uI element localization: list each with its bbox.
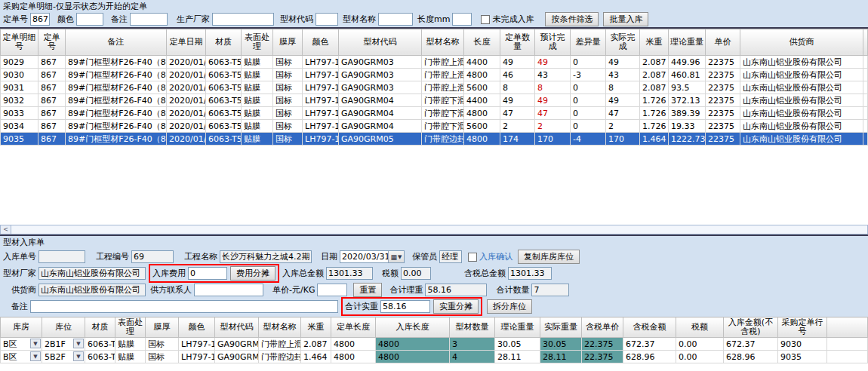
column-header[interactable]: 供货商	[740, 29, 863, 56]
cell[interactable]: 4800	[331, 338, 376, 351]
cell[interactable]: 2	[500, 120, 535, 133]
cell[interactable]: 49	[606, 94, 640, 107]
table-row[interactable]: 903486789#门框型材F26-F40（866+867）2020/01/13…	[1, 120, 868, 133]
cell[interactable]: 19.33	[669, 120, 706, 133]
cell[interactable]: 6063-T5	[206, 107, 242, 120]
cell[interactable]: 49	[535, 56, 571, 69]
cell[interactable]: 门带腔下滑	[422, 94, 464, 107]
project-no-input[interactable]	[131, 250, 174, 263]
column-header[interactable]: 定单数量	[500, 29, 535, 56]
cell[interactable]: -4	[571, 133, 606, 146]
column-header[interactable]: 实际重量	[540, 317, 582, 338]
cell[interactable]: 49	[500, 94, 535, 107]
cell[interactable]: 国标	[146, 338, 179, 351]
cell[interactable]: 6063-T5	[206, 56, 242, 69]
column-header[interactable]: 表面处理	[242, 29, 273, 56]
column-header[interactable]: 理论重量	[669, 29, 706, 56]
column-header[interactable]: 库位	[42, 317, 85, 338]
cell[interactable]: 46	[500, 69, 535, 81]
cell[interactable]: 贴膜	[115, 351, 146, 363]
column-header[interactable]: 型材名称	[259, 317, 301, 338]
cell[interactable]: 867	[38, 69, 66, 81]
cell[interactable]: 43	[606, 69, 640, 81]
cell[interactable]: 47	[606, 107, 640, 120]
cell[interactable]: 1.726	[640, 120, 669, 133]
cell[interactable]: 1.464	[640, 133, 669, 146]
cell[interactable]: 28.11	[540, 351, 582, 363]
cell[interactable]: 6063-T5	[206, 94, 242, 107]
project-name-input[interactable]	[220, 250, 312, 263]
cell[interactable]: 93.5	[669, 81, 706, 94]
calendar-dropdown-button[interactable]: ▦▼	[388, 251, 404, 262]
cell[interactable]: 6063-T5	[85, 351, 115, 363]
cell[interactable]: 2020/01/13	[167, 94, 206, 107]
filter-by-condition-button[interactable]: 按条件筛选	[545, 12, 599, 26]
cell[interactable]: 门带腔下滑	[422, 120, 464, 133]
table-row[interactable]: B区▼2B1F▼6063-T5贴膜国标LH797-1LL0GA90GRM03门带…	[1, 338, 868, 351]
split-location-button[interactable]: 拆分库位	[487, 299, 532, 314]
cell[interactable]: GA90GRM04	[339, 107, 422, 120]
cell[interactable]: 门带腔上滑	[422, 81, 464, 94]
column-header[interactable]: 理论重量	[495, 317, 540, 338]
table-row[interactable]: 902986789#门框型材F26-F40（866+867）2020/01/13…	[1, 56, 868, 69]
cell[interactable]: 672.37	[724, 338, 778, 351]
cell[interactable]: 山东南山铝业股份有限公司	[740, 133, 863, 146]
cell[interactable]: 89#门框型材F26-F40（866+867）	[66, 120, 167, 133]
supplier-input[interactable]	[38, 284, 146, 296]
cell[interactable]: LH797-1LL0	[303, 120, 339, 133]
tax-input[interactable]	[401, 267, 431, 280]
cell[interactable]: 1.726	[640, 94, 669, 107]
dropdown-arrow-icon[interactable]: ▼	[30, 351, 41, 361]
profile-code-filter-input[interactable]	[315, 13, 338, 26]
copy-warehouse-location-button[interactable]: 复制库房库位	[518, 250, 580, 264]
cell[interactable]: 9031	[1, 81, 38, 94]
cell[interactable]: 8	[606, 81, 640, 94]
cell[interactable]: 5600	[464, 81, 500, 94]
cell[interactable]: 国标	[273, 133, 303, 146]
cell[interactable]: 89#门框型材F26-F40（866+867）	[66, 81, 167, 94]
cell[interactable]: 6063-T5	[206, 81, 242, 94]
table-row[interactable]: 903586789#门框型材F26-F40（866+867）2020/01/13…	[1, 133, 868, 146]
remark-filter-input[interactable]	[130, 13, 168, 26]
cell[interactable]: 门带腔边封	[259, 351, 301, 363]
table-row[interactable]: 903086789#门框型材F26-F40（866+867）2020/01/13…	[1, 69, 868, 81]
cell[interactable]: 30.05	[495, 338, 540, 351]
cell[interactable]: GA90GRM03	[339, 56, 422, 69]
cell[interactable]: 2B1F▼	[42, 338, 85, 351]
cell[interactable]: 贴膜	[242, 94, 273, 107]
cell[interactable]: B区▼	[1, 351, 42, 363]
column-header[interactable]: 税额	[676, 317, 724, 338]
reset-button[interactable]: 重置	[353, 283, 382, 297]
cell[interactable]: 2	[535, 120, 571, 133]
cell[interactable]: 867	[38, 94, 66, 107]
inbound-total-input[interactable]	[326, 267, 373, 280]
cell[interactable]: 4800	[376, 351, 450, 363]
column-header[interactable]: 材质	[206, 29, 242, 56]
column-header[interactable]: 型材数量	[450, 317, 495, 338]
column-header[interactable]: 定单明细号	[1, 29, 38, 56]
cell[interactable]: 4800	[464, 69, 500, 81]
cell[interactable]: 山东南山铝业股份有限公司	[740, 107, 863, 120]
cell[interactable]: 867	[38, 133, 66, 146]
cell[interactable]: 9035	[778, 351, 827, 363]
cell[interactable]: 2020/01/13	[167, 107, 206, 120]
cell[interactable]: 2020/01/13	[167, 81, 206, 94]
cell[interactable]: 47	[500, 107, 535, 120]
column-header[interactable]: 米重	[301, 317, 331, 338]
cell[interactable]: 672.37	[623, 338, 676, 351]
cell[interactable]: 389.39	[669, 107, 706, 120]
cell[interactable]: 3	[450, 338, 495, 351]
weight-split-button[interactable]: 实重分摊	[433, 299, 479, 314]
cell[interactable]: LH797-1LL0	[303, 107, 339, 120]
tax-total-input[interactable]	[508, 267, 552, 280]
cell[interactable]: 国标	[273, 94, 303, 107]
cell[interactable]: 372.13	[669, 94, 706, 107]
column-header[interactable]: 表面处理	[115, 317, 146, 338]
batch-inbound-button[interactable]: 批量入库	[603, 12, 648, 26]
remark-input[interactable]	[30, 300, 338, 313]
cell[interactable]: 43	[535, 69, 571, 81]
column-header[interactable]: 备注	[66, 29, 167, 56]
column-header[interactable]: 含税金额	[623, 317, 676, 338]
column-header[interactable]: 颜色	[303, 29, 339, 56]
cell[interactable]: LH797-1LL0	[179, 351, 215, 363]
